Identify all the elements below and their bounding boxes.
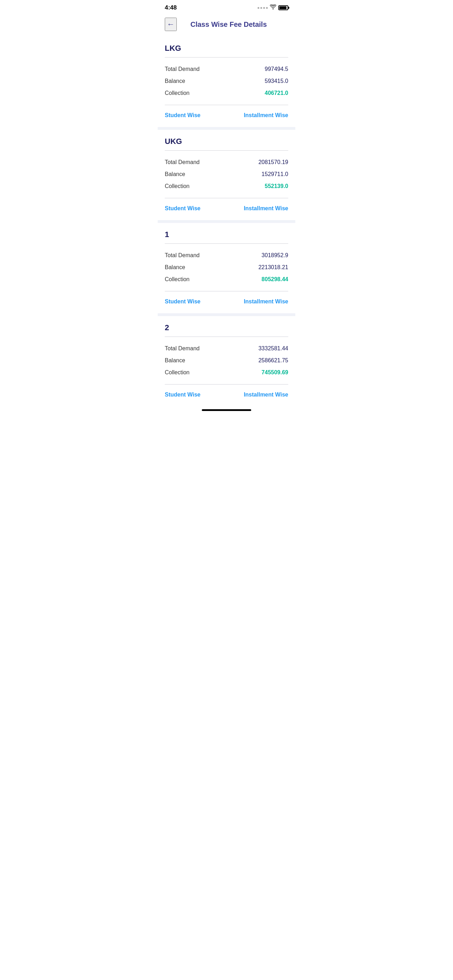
student-wise-button-ukg[interactable]: Student Wise (165, 204, 200, 213)
collection-label-ukg: Collection (165, 183, 189, 189)
wifi-icon (270, 5, 276, 11)
collection-row-lkg: Collection 406721.0 (165, 87, 288, 99)
collection-value-ukg: 552139.0 (265, 183, 288, 189)
signal-icon (257, 7, 268, 9)
collection-value-lkg: 406721.0 (265, 90, 288, 96)
page-header: ← Class Wise Fee Details (158, 14, 295, 37)
class-section-class2: 2 Total Demand 3332581.44 Balance 258662… (158, 316, 295, 406)
balance-label-ukg: Balance (165, 171, 185, 177)
balance-row-ukg: Balance 1529711.0 (165, 168, 288, 180)
installment-wise-button-class2[interactable]: Installment Wise (244, 390, 288, 399)
total-demand-row-ukg: Total Demand 2081570.19 (165, 156, 288, 168)
total-demand-row-lkg: Total Demand 997494.5 (165, 63, 288, 75)
back-button[interactable]: ← (165, 18, 177, 31)
total-demand-label-class2: Total Demand (165, 345, 200, 352)
total-demand-value-lkg: 997494.5 (265, 66, 288, 72)
total-demand-row-class1: Total Demand 3018952.9 (165, 250, 288, 261)
class-section-lkg: LKG Total Demand 997494.5 Balance 593415… (158, 37, 295, 127)
balance-value-ukg: 1529711.0 (261, 171, 288, 177)
status-icons (257, 5, 288, 11)
student-wise-button-lkg[interactable]: Student Wise (165, 111, 200, 120)
total-demand-label-ukg: Total Demand (165, 159, 200, 165)
class-title-lkg: LKG (165, 44, 288, 53)
balance-value-class1: 2213018.21 (258, 264, 288, 270)
top-divider-ukg (165, 150, 288, 151)
total-demand-value-class1: 3018952.9 (261, 252, 288, 259)
action-row-lkg: Student Wise Installment Wise (165, 105, 288, 127)
balance-value-class2: 2586621.75 (258, 357, 288, 364)
collection-label-lkg: Collection (165, 90, 189, 96)
balance-row-class2: Balance 2586621.75 (165, 355, 288, 366)
top-divider-class2 (165, 337, 288, 337)
balance-row-lkg: Balance 593415.0 (165, 75, 288, 87)
total-demand-value-ukg: 2081570.19 (258, 159, 288, 165)
student-wise-button-class1[interactable]: Student Wise (165, 297, 200, 306)
balance-label-class1: Balance (165, 264, 185, 270)
total-demand-row-class2: Total Demand 3332581.44 (165, 342, 288, 355)
status-bar: 4:48 (158, 0, 295, 14)
balance-label-lkg: Balance (165, 78, 185, 84)
top-divider-class1 (165, 243, 288, 244)
class-section-ukg: UKG Total Demand 2081570.19 Balance 1529… (158, 130, 295, 220)
balance-row-class1: Balance 2213018.21 (165, 261, 288, 274)
collection-value-class1: 805298.44 (261, 276, 288, 283)
installment-wise-button-lkg[interactable]: Installment Wise (244, 111, 288, 120)
student-wise-button-class2[interactable]: Student Wise (165, 390, 200, 399)
total-demand-label-lkg: Total Demand (165, 66, 200, 72)
collection-label-class1: Collection (165, 276, 189, 283)
installment-wise-button-class1[interactable]: Installment Wise (244, 297, 288, 306)
collection-row-class1: Collection 805298.44 (165, 274, 288, 285)
installment-wise-button-ukg[interactable]: Installment Wise (244, 204, 288, 213)
collection-row-class2: Collection 745509.69 (165, 366, 288, 379)
class-title-class1: 1 (165, 230, 288, 239)
status-time: 4:48 (165, 4, 177, 11)
content-area: LKG Total Demand 997494.5 Balance 593415… (158, 37, 295, 406)
total-demand-value-class2: 3332581.44 (258, 345, 288, 352)
balance-value-lkg: 593415.0 (265, 78, 288, 84)
collection-value-class2: 745509.69 (261, 369, 288, 376)
class-title-class2: 2 (165, 323, 288, 332)
action-row-ukg: Student Wise Installment Wise (165, 198, 288, 220)
action-row-class2: Student Wise Installment Wise (165, 385, 288, 406)
collection-row-ukg: Collection 552139.0 (165, 180, 288, 192)
total-demand-label-class1: Total Demand (165, 252, 200, 259)
collection-label-class2: Collection (165, 369, 189, 376)
page-title: Class Wise Fee Details (180, 21, 278, 29)
balance-label-class2: Balance (165, 357, 185, 364)
top-divider-lkg (165, 57, 288, 57)
action-row-class1: Student Wise Installment Wise (165, 291, 288, 313)
class-title-ukg: UKG (165, 137, 288, 146)
class-section-class1: 1 Total Demand 3018952.9 Balance 2213018… (158, 223, 295, 313)
battery-icon (278, 5, 288, 10)
home-indicator (202, 409, 251, 411)
